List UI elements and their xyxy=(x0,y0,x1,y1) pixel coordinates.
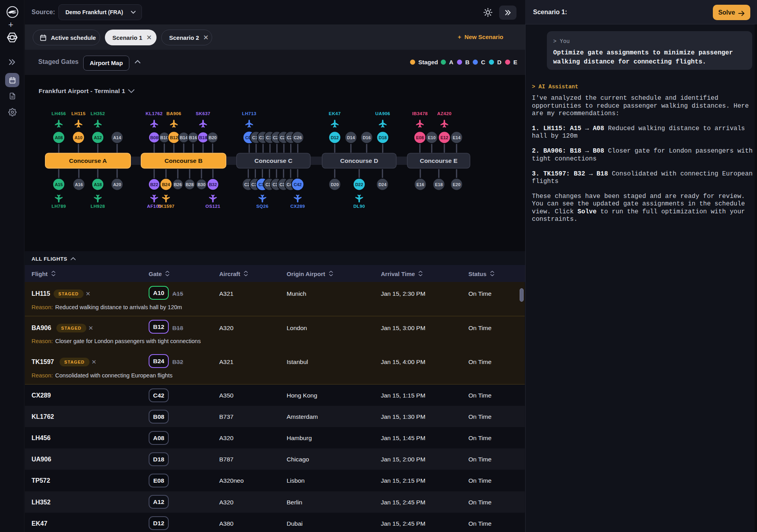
svg-text:A16: A16 xyxy=(75,182,83,187)
svg-text:TK1597: TK1597 xyxy=(157,204,174,209)
svg-text:LH456: LH456 xyxy=(52,111,66,116)
svg-text:B30: B30 xyxy=(198,182,205,187)
svg-text:A20: A20 xyxy=(113,182,121,187)
svg-text:CX289: CX289 xyxy=(290,204,305,209)
svg-text:SQ26: SQ26 xyxy=(256,204,268,209)
svg-text:KL1762: KL1762 xyxy=(145,111,162,116)
svg-text:Concourse B: Concourse B xyxy=(164,157,202,164)
svg-text:E18: E18 xyxy=(435,182,443,187)
svg-text:E16: E16 xyxy=(416,182,424,187)
svg-text:E08: E08 xyxy=(416,135,424,140)
svg-text:LH115: LH115 xyxy=(71,111,86,116)
svg-text:LH713: LH713 xyxy=(242,111,257,116)
svg-text:LH789: LH789 xyxy=(52,204,66,209)
svg-text:D16: D16 xyxy=(363,135,371,140)
svg-text:D24: D24 xyxy=(378,182,387,187)
svg-text:LH352: LH352 xyxy=(91,111,105,116)
svg-text:BA906: BA906 xyxy=(166,111,181,116)
svg-text:UA906: UA906 xyxy=(375,111,390,116)
svg-text:Concourse D: Concourse D xyxy=(340,157,378,164)
svg-text:Concourse C: Concourse C xyxy=(254,157,292,164)
svg-text:Concourse E: Concourse E xyxy=(420,157,458,164)
svg-text:SK637: SK637 xyxy=(196,111,210,116)
svg-text:A15: A15 xyxy=(55,182,63,187)
svg-text:DL90: DL90 xyxy=(353,204,365,209)
svg-text:AZ420: AZ420 xyxy=(437,111,452,116)
svg-text:B08: B08 xyxy=(150,135,158,140)
svg-text:B24: B24 xyxy=(162,182,170,187)
svg-text:E20: E20 xyxy=(453,182,461,187)
svg-text:E12: E12 xyxy=(440,135,448,140)
svg-text:B28: B28 xyxy=(186,182,194,187)
svg-text:C42: C42 xyxy=(294,182,302,187)
svg-text:LH928: LH928 xyxy=(91,204,105,209)
svg-text:E10: E10 xyxy=(428,135,436,140)
svg-text:B12: B12 xyxy=(170,135,178,140)
svg-text:D20: D20 xyxy=(331,182,339,187)
svg-text:A18: A18 xyxy=(94,182,102,187)
svg-text:B32: B32 xyxy=(209,182,217,187)
svg-text:D18: D18 xyxy=(379,135,387,140)
svg-text:EK47: EK47 xyxy=(329,111,341,116)
svg-text:D12: D12 xyxy=(331,135,339,140)
svg-text:IB3478: IB3478 xyxy=(412,111,428,116)
svg-text:Frankfurt Airport - Terminal 1: Frankfurt Airport - Terminal 1 xyxy=(39,88,125,94)
svg-text:C26: C26 xyxy=(294,135,302,140)
svg-text:A14: A14 xyxy=(113,135,121,140)
svg-text:B22: B22 xyxy=(150,182,158,187)
svg-text:A12: A12 xyxy=(94,135,102,140)
svg-text:E14: E14 xyxy=(453,135,461,140)
svg-text:A10: A10 xyxy=(75,135,82,140)
svg-text:OS121: OS121 xyxy=(205,204,220,209)
svg-text:D22: D22 xyxy=(355,182,363,187)
svg-text:D14: D14 xyxy=(347,135,355,140)
svg-text:B14: B14 xyxy=(180,135,188,140)
svg-text:B18: B18 xyxy=(199,135,207,140)
svg-text:B16: B16 xyxy=(189,135,197,140)
svg-text:A08: A08 xyxy=(55,135,63,140)
svg-text:B26: B26 xyxy=(174,182,182,187)
svg-text:B20: B20 xyxy=(209,135,216,140)
svg-text:B10: B10 xyxy=(160,135,168,140)
svg-text:Concourse A: Concourse A xyxy=(69,157,107,164)
